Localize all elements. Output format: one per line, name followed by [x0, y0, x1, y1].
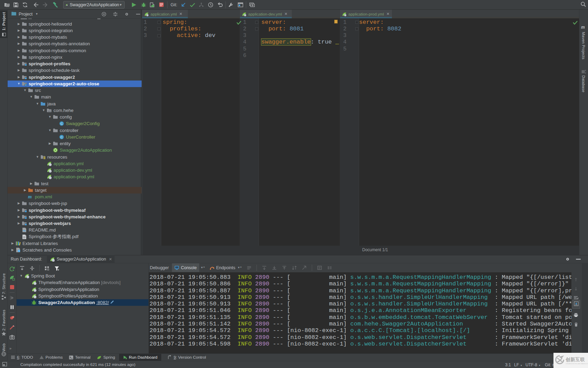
svg-text:C: C — [60, 135, 63, 139]
svg-text:C: C — [60, 122, 63, 125]
